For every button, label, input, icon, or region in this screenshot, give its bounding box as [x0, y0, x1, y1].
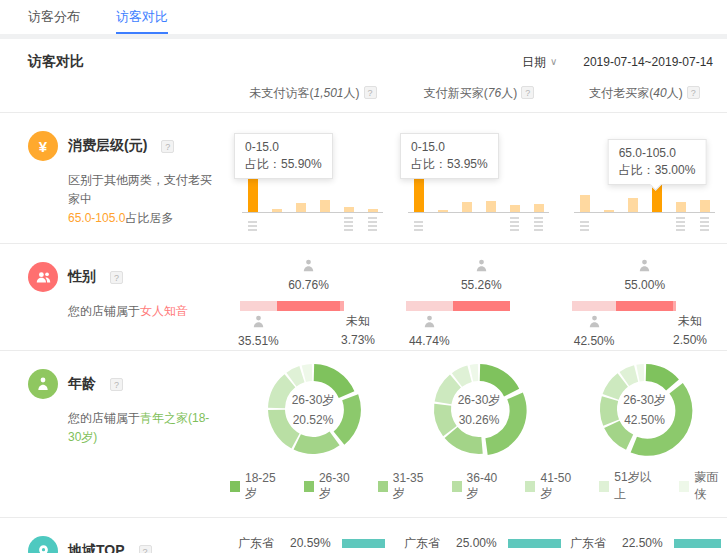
male-segment[interactable] [406, 301, 453, 311]
unknown-percent: 2.50% [660, 331, 720, 350]
date-dropdown[interactable]: 日期 ∨ [522, 54, 557, 71]
donut-segment-31-35岁[interactable] [294, 432, 340, 454]
consumption-chart-unpaid: 0-15.0占比：55.90% [230, 113, 396, 243]
legend-label: 蒙面侠 [694, 469, 727, 503]
tab-visitor-compare[interactable]: 访客对比 [116, 0, 168, 34]
axis-label [580, 221, 589, 231]
donut-segment-31-35岁[interactable] [445, 427, 483, 454]
legend-swatch [304, 481, 314, 492]
province-name: 广东省 [404, 535, 456, 552]
donut-segment-36-40岁[interactable] [600, 396, 619, 426]
donut-segment-26-30岁[interactable] [334, 394, 361, 444]
bar[interactable] [320, 200, 330, 212]
gender-chart-unpaid: 60.76%35.51%未知3.73% [230, 244, 396, 350]
bar[interactable] [534, 204, 544, 212]
unknown-segment[interactable] [673, 301, 676, 311]
bar[interactable] [628, 198, 638, 212]
donut-segment-36-40岁[interactable] [268, 410, 300, 449]
donut-chart: 26-30岁30.26% [427, 357, 531, 461]
legend-item-51岁以上[interactable]: 51岁以上 [599, 469, 659, 503]
help-icon[interactable]: ? [110, 271, 123, 284]
bar[interactable] [462, 202, 472, 212]
help-icon[interactable]: ? [687, 86, 700, 99]
location-pin-icon [28, 536, 58, 553]
donut-segment-18-25岁[interactable] [645, 364, 678, 391]
bar[interactable] [486, 201, 496, 212]
date-range[interactable]: 2019-07-14~2019-07-14 [583, 55, 713, 69]
legend-item-26-30岁[interactable]: 26-30岁 [304, 469, 358, 503]
donut-segment-蒙面侠[interactable] [636, 364, 644, 382]
gender-stacked-bar[interactable] [406, 301, 510, 311]
column-count: 76 [488, 86, 501, 100]
donut-segment-26-30岁[interactable] [630, 383, 692, 456]
province-bar[interactable] [508, 539, 561, 548]
bar[interactable] [676, 202, 686, 212]
legend-item-蒙面侠[interactable]: 蒙面侠 [679, 469, 727, 503]
help-icon[interactable]: ? [521, 86, 534, 99]
legend-swatch [525, 481, 535, 492]
donut-segment-26-30岁[interactable] [485, 392, 526, 455]
bar[interactable] [580, 195, 590, 212]
help-icon[interactable]: ? [161, 140, 174, 153]
gender-stacked-bar[interactable] [240, 301, 344, 311]
female-percent: 55.26% [446, 278, 516, 292]
section-description: 您的店铺属于女人知音 [68, 302, 220, 321]
bar[interactable] [296, 203, 306, 212]
legend-label: 51岁以上 [614, 469, 659, 503]
section-title: 消费层级(元) [68, 137, 147, 155]
bar-group [580, 182, 710, 212]
donut-segment-41-50岁[interactable] [268, 374, 295, 408]
male-percent: 42.50% [559, 334, 629, 348]
column-header-old-buyers: 支付老买家(40人)? [562, 85, 727, 102]
female-segment[interactable] [277, 301, 340, 311]
unknown-stat: 未知2.50% [660, 312, 720, 350]
section-title: 性别 [68, 268, 96, 286]
date-dropdown-label: 日期 [522, 54, 546, 71]
section-title: 地域TOP [68, 542, 125, 553]
legend-item-41-50岁[interactable]: 41-50岁 [525, 469, 579, 503]
unknown-segment[interactable] [340, 301, 344, 311]
legend-item-31-35岁[interactable]: 31-35岁 [378, 469, 432, 503]
male-segment[interactable] [240, 301, 277, 311]
male-stat: 42.50% [559, 314, 629, 348]
province-bar[interactable] [342, 539, 385, 548]
tooltip-value: 占比：53.95% [411, 156, 488, 173]
male-segment[interactable] [572, 301, 616, 311]
female-percent: 55.00% [610, 278, 680, 292]
gender-stacked-bar[interactable] [572, 301, 676, 311]
legend-swatch [378, 481, 388, 492]
axis-line [408, 212, 549, 213]
section-title: 年龄 [68, 375, 96, 393]
donut-segment-31-35岁[interactable] [604, 421, 633, 450]
legend-item-18-25岁[interactable]: 18-25岁 [230, 469, 284, 503]
female-person-icon [637, 262, 652, 276]
donut-segment-18-25岁[interactable] [480, 364, 519, 396]
male-person-icon [251, 318, 266, 332]
bar[interactable] [700, 200, 710, 212]
region-list-new-buyers: 广东省25.00%浙江省11.84% [396, 518, 562, 553]
tab-visitor-distribution[interactable]: 访客分布 [28, 0, 80, 34]
axis-label [700, 217, 709, 231]
visitor-compare-panel: 访客对比 日期 ∨ 2019-07-14~2019-07-14 未支付访客(1,… [0, 39, 727, 553]
tooltip-value: 占比：55.90% [245, 156, 322, 173]
unknown-label: 未知 [660, 312, 720, 331]
consumption-chart-old-buyers: 65.0-105.0占比：35.00% [562, 113, 727, 243]
page-title: 访客对比 [28, 53, 84, 71]
province-percent: 20.59% [290, 536, 342, 550]
province-percent: 22.50% [622, 536, 674, 550]
bar[interactable] [510, 205, 520, 212]
legend-item-36-40岁[interactable]: 36-40岁 [452, 469, 506, 503]
help-icon[interactable]: ? [139, 545, 152, 553]
column-label: 支付老买家 [589, 86, 649, 100]
female-segment[interactable] [616, 301, 673, 311]
help-icon[interactable]: ? [364, 86, 377, 99]
donut-segment-18-25岁[interactable] [314, 364, 355, 398]
highlight-gender: 女人知音 [140, 304, 188, 318]
unknown-stat: 未知3.73% [328, 312, 388, 350]
axis-label [534, 217, 543, 231]
column-header-new-buyers: 支付新买家(76人)? [396, 85, 562, 102]
tooltip-range: 0-15.0 [245, 139, 322, 156]
province-bar[interactable] [674, 539, 721, 548]
female-segment[interactable] [453, 301, 510, 311]
help-icon[interactable]: ? [110, 378, 123, 391]
